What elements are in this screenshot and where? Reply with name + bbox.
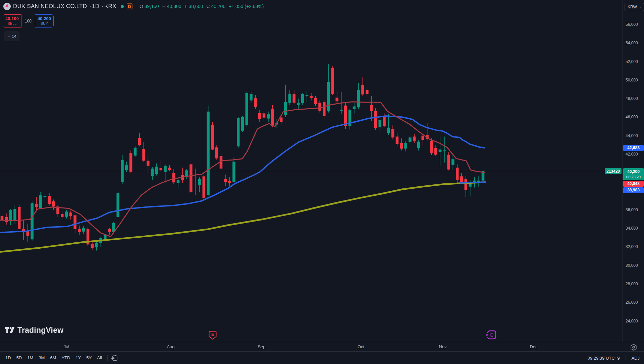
tradingview-logo[interactable]: TradingView bbox=[5, 325, 63, 335]
ohlc-readout: O39,150 H40,300 L38,600 C40,200 +1,050 (… bbox=[138, 4, 264, 9]
high-value: 40,300 bbox=[167, 4, 181, 9]
ma-blue-long-price-tag: 42,683 bbox=[623, 145, 644, 151]
symbol-legend: DUK SAN NEOLUX CO.LTD ·1D ·KRX D O39,150… bbox=[3, 3, 264, 10]
earnings-upcoming-icon[interactable]: ≈ E bbox=[485, 330, 496, 341]
volume-label: 213420 bbox=[605, 168, 622, 174]
indicator-collapse-toggle[interactable]: ⌄ 14 bbox=[4, 31, 19, 41]
adjusted-data-toggle[interactable]: ADJ bbox=[629, 356, 643, 361]
price-tick: 56,000 bbox=[626, 22, 638, 27]
indicator-count: 14 bbox=[12, 34, 16, 39]
range-button-1d[interactable]: 1D bbox=[3, 354, 14, 362]
time-axis-settings-gear-icon[interactable] bbox=[630, 344, 637, 351]
symbol-logo-icon[interactable] bbox=[3, 3, 11, 10]
price-tick: 30,000 bbox=[626, 263, 638, 268]
price-tick: 52,000 bbox=[626, 59, 638, 64]
range-button-3m[interactable]: 3M bbox=[36, 354, 47, 362]
price-tick: 48,000 bbox=[626, 96, 638, 101]
change-value: +1,050 (+2.68%) bbox=[229, 4, 264, 9]
month-label-nov: Nov bbox=[439, 344, 446, 349]
buy-price: 40,200 bbox=[38, 16, 51, 21]
ma-blue-short-price-tag: 38,983 bbox=[623, 187, 644, 193]
bottom-toolbar: 1D5D1M3M6MYTD1Y5YAll 09:29:39 UTC+9 ADJ bbox=[0, 351, 644, 364]
symbol-title[interactable]: DUK SAN NEOLUX CO.LTD ·1D ·KRX bbox=[13, 3, 116, 10]
month-label-oct: Oct bbox=[358, 344, 364, 349]
last-price-price-tag: 40,20006:25:20 bbox=[623, 168, 644, 180]
ma-red-price-tag: 40,048 bbox=[623, 181, 644, 187]
price-tick: 34,000 bbox=[626, 226, 638, 231]
sell-button[interactable]: 40,100 SELL bbox=[3, 14, 21, 27]
svg-text:E: E bbox=[211, 332, 214, 337]
chevron-down-icon: ⌄ bbox=[639, 5, 642, 9]
tradingview-logo-icon bbox=[5, 325, 15, 335]
price-tick: 54,000 bbox=[626, 41, 638, 45]
chart-pane[interactable] bbox=[0, 0, 623, 342]
price-axis[interactable]: KRW ⌄ 56,00054,00052,00050,00048,00046,0… bbox=[623, 0, 644, 342]
earnings-reported-icon[interactable]: E bbox=[209, 331, 217, 341]
close-value: 40,200 bbox=[211, 4, 225, 9]
legend-separator: · bbox=[89, 3, 91, 9]
range-button-all[interactable]: All bbox=[94, 354, 104, 362]
clock-timezone-button[interactable]: 09:29:39 UTC+9 bbox=[584, 356, 623, 361]
exchange-text: KRX bbox=[104, 3, 116, 9]
price-tick: 46,000 bbox=[626, 115, 638, 119]
tradingview-chart-window: DUK SAN NEOLUX CO.LTD ·1D ·KRX D O39,150… bbox=[0, 0, 644, 364]
currency-button[interactable]: KRW ⌄ bbox=[625, 3, 644, 11]
market-status-dot-icon bbox=[121, 5, 124, 8]
time-axis[interactable]: JulAugSepOctNovDec bbox=[0, 342, 644, 351]
interval-text: 1D bbox=[92, 3, 99, 9]
quantity-field[interactable]: 100 bbox=[21, 14, 35, 27]
close-key: C bbox=[206, 4, 210, 9]
open-key: O bbox=[140, 4, 143, 9]
low-key: L bbox=[185, 4, 187, 9]
logo-arrow-icon bbox=[5, 4, 9, 8]
range-button-1m[interactable]: 1M bbox=[24, 354, 36, 362]
trade-panel: 40,100 SELL 100 40,200 BUY bbox=[3, 14, 54, 27]
buy-label: BUY bbox=[41, 21, 48, 26]
month-label-aug: Aug bbox=[167, 344, 174, 349]
open-value: 39,150 bbox=[145, 4, 159, 9]
price-tick: 50,000 bbox=[626, 78, 638, 82]
price-tick: 42,000 bbox=[626, 152, 638, 157]
chevron-down-icon: ⌄ bbox=[7, 34, 10, 38]
low-value: 38,600 bbox=[189, 4, 203, 9]
sell-price: 40,100 bbox=[5, 16, 19, 21]
price-tick: 28,000 bbox=[626, 282, 638, 286]
range-button-5y[interactable]: 5Y bbox=[84, 354, 94, 362]
range-button-5d[interactable]: 5D bbox=[14, 354, 25, 362]
svg-text:E: E bbox=[490, 332, 493, 338]
price-tick: 32,000 bbox=[626, 244, 638, 249]
date-range-buttons: 1D5D1M3M6MYTD1Y5YAll bbox=[0, 354, 105, 362]
high-key: H bbox=[162, 4, 166, 9]
toolbar-right: 09:29:39 UTC+9 ADJ bbox=[584, 352, 643, 364]
interval-badge[interactable]: D bbox=[127, 3, 132, 9]
month-label-sep: Sep bbox=[258, 344, 265, 349]
month-label-jul: Jul bbox=[64, 344, 69, 349]
buy-button[interactable]: 40,200 BUY bbox=[35, 14, 54, 27]
month-label-dec: Dec bbox=[530, 344, 537, 349]
go-to-date-icon[interactable] bbox=[110, 354, 119, 362]
tradingview-logo-text: TradingView bbox=[17, 326, 63, 335]
legend-separator: · bbox=[102, 3, 104, 9]
range-button-1y[interactable]: 1Y bbox=[73, 354, 84, 362]
price-tick: 44,000 bbox=[626, 133, 638, 138]
range-button-ytd[interactable]: YTD bbox=[59, 354, 73, 362]
currency-label: KRW bbox=[628, 5, 637, 9]
price-tick: 26,000 bbox=[626, 300, 638, 305]
price-tick: 36,000 bbox=[626, 207, 638, 212]
sell-label: SELL bbox=[8, 21, 17, 26]
toolbar-divider bbox=[626, 355, 626, 361]
price-tick: 24,000 bbox=[626, 319, 638, 323]
range-button-6m[interactable]: 6M bbox=[47, 354, 59, 362]
svg-text:≈: ≈ bbox=[486, 332, 488, 338]
toolbar-divider bbox=[107, 355, 108, 361]
